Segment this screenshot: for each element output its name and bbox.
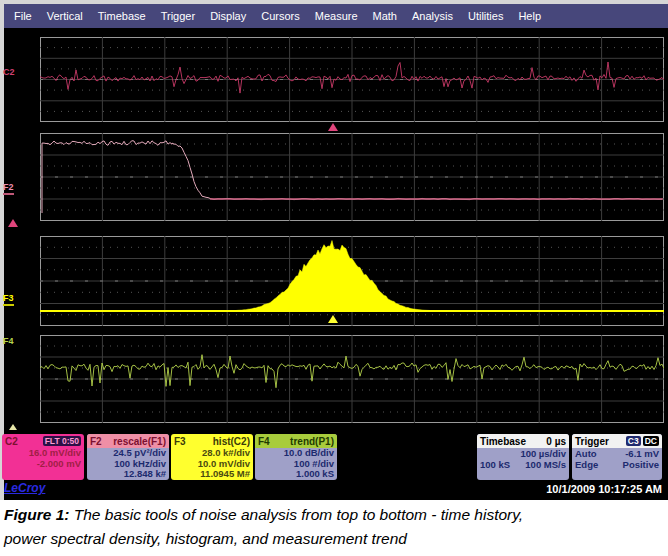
c2-filter-badge: FLT 0:50 bbox=[43, 436, 81, 446]
trace-descriptor-f4[interactable]: F4 trend(P1) 10.0 dB/div 100 #/div 1.000… bbox=[255, 434, 337, 480]
trigger-title: Trigger bbox=[575, 436, 609, 447]
trigger-source-badge: C3 bbox=[626, 436, 641, 446]
menu-item-display[interactable]: Display bbox=[210, 10, 246, 22]
trace-label-c2: C2 bbox=[3, 67, 15, 77]
f2-function: rescale(F1) bbox=[113, 436, 166, 447]
f2-vdiv: 24.5 pV²/div bbox=[87, 448, 169, 459]
panel-time-history bbox=[40, 37, 664, 122]
channel-descriptor-c2[interactable]: C2 FLT 0:50 16.0 mV/div -2.000 mV bbox=[2, 434, 84, 480]
caption-line1: The basic tools of noise analysis from t… bbox=[74, 506, 523, 523]
menu-item-analysis[interactable]: Analysis bbox=[412, 10, 453, 22]
trigger-mode: Auto bbox=[575, 448, 597, 459]
trace-label-f4: F4 bbox=[3, 336, 14, 346]
caption-line2: power spectral density, histogram, and m… bbox=[4, 530, 407, 547]
menu-item-timebase[interactable]: Timebase bbox=[98, 10, 146, 22]
c2-vdiv: 16.0 mV/div bbox=[2, 448, 84, 459]
panel-psd bbox=[40, 133, 664, 221]
f4-function: trend(P1) bbox=[290, 436, 334, 447]
f3-histogram-waveform bbox=[40, 236, 664, 326]
menu-item-vertical[interactable]: Vertical bbox=[47, 10, 83, 22]
f2-id: F2 bbox=[90, 436, 102, 447]
menu-item-measure[interactable]: Measure bbox=[315, 10, 358, 22]
oscilloscope-screen: FileVerticalTimebaseTriggerDisplayCursor… bbox=[0, 0, 668, 556]
trigger-level: -6.1 mV bbox=[625, 448, 659, 459]
trigger-type: Edge bbox=[575, 459, 598, 470]
panel-histogram bbox=[40, 236, 664, 326]
timestamp: 10/1/2009 10:17:25 AM bbox=[546, 483, 662, 495]
trigger-descriptor[interactable]: Trigger C3 DC Auto -6.1 mV Edge Positive bbox=[572, 434, 662, 480]
menu-item-file[interactable]: File bbox=[14, 10, 32, 22]
trend-origin-marker-icon[interactable] bbox=[9, 424, 17, 430]
f2-psd-waveform bbox=[40, 133, 664, 221]
menu-item-help[interactable]: Help bbox=[518, 10, 541, 22]
menu-item-cursors[interactable]: Cursors bbox=[261, 10, 300, 22]
timebase-samples: 100 kS bbox=[480, 459, 510, 470]
menu-item-utilities[interactable]: Utilities bbox=[468, 10, 503, 22]
f3-vdiv: 28.0 k#/div bbox=[171, 448, 253, 459]
trace-descriptor-f2[interactable]: F2 rescale(F1) 24.5 pV²/div 100 kHz/div … bbox=[87, 434, 169, 480]
figure-caption: Figure 1: The basic tools of noise analy… bbox=[0, 500, 668, 556]
menu-bar: FileVerticalTimebaseTriggerDisplayCursor… bbox=[4, 4, 668, 28]
timebase-title: Timebase bbox=[480, 436, 526, 447]
f3-count: 11.0945 M# bbox=[171, 469, 253, 480]
f3-function: hist(C2) bbox=[213, 436, 250, 447]
trace-descriptor-f3[interactable]: F3 hist(C2) 28.0 k#/div 10.0 mV/div 11.0… bbox=[171, 434, 253, 480]
timebase-descriptor[interactable]: Timebase 0 µs 100 µs/div 100 kS 100 MS/s bbox=[477, 434, 569, 480]
trace-label-f2: F2 bbox=[3, 182, 14, 195]
c2-id: C2 bbox=[5, 436, 18, 447]
trigger-slope: Positive bbox=[623, 459, 659, 470]
trace-label-f3: F3 bbox=[3, 293, 14, 306]
f4-id: F4 bbox=[258, 436, 270, 447]
trigger-time-marker-icon[interactable] bbox=[328, 123, 338, 131]
timebase-per-div: 100 µs/div bbox=[520, 448, 566, 459]
panel-trend bbox=[40, 335, 664, 423]
c2-time-history-waveform bbox=[40, 37, 664, 122]
timebase-rate: 100 MS/s bbox=[525, 459, 566, 470]
menu-item-trigger[interactable]: Trigger bbox=[161, 10, 195, 22]
menu-item-math[interactable]: Math bbox=[373, 10, 397, 22]
histogram-center-marker-icon[interactable] bbox=[328, 315, 338, 323]
caption-label: Figure 1: bbox=[4, 506, 69, 523]
f4-vdiv: 10.0 dB/div bbox=[255, 448, 337, 459]
psd-origin-marker-icon[interactable] bbox=[8, 219, 18, 227]
c2-offset: -2.000 mV bbox=[2, 459, 84, 470]
f2-count: 12.848 k# bbox=[87, 469, 169, 480]
f3-id: F3 bbox=[174, 436, 186, 447]
timebase-offset: 0 µs bbox=[546, 436, 566, 447]
f4-trend-waveform bbox=[40, 335, 664, 423]
f4-count: 1.000 kS bbox=[255, 469, 337, 480]
lecroy-logo: LeCroy bbox=[4, 481, 45, 495]
trigger-coupling-badge: DC bbox=[643, 436, 659, 446]
